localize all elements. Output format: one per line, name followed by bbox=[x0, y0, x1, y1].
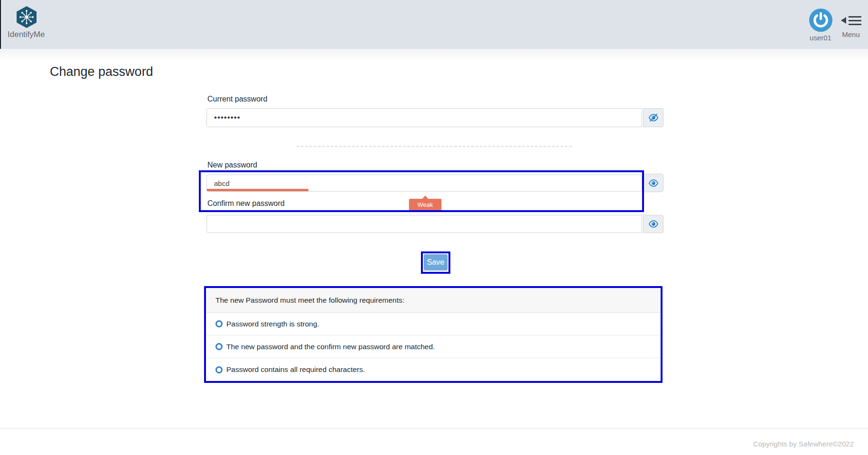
section-divider bbox=[297, 146, 572, 147]
requirements-panel: The new Password must meet the following… bbox=[206, 288, 661, 381]
requirement-row: Password contains all required character… bbox=[206, 358, 661, 381]
change-password-page: IdentifyMe user01 Menu Change password C… bbox=[0, 0, 868, 455]
username-label: user01 bbox=[804, 34, 837, 42]
page-title: Change password bbox=[50, 65, 153, 79]
eye-icon bbox=[648, 219, 659, 229]
requirement-text: The new password and the confirm new pas… bbox=[226, 343, 435, 351]
confirm-password-toggle-button[interactable] bbox=[643, 215, 663, 233]
app-footer: Copyrights by Safewhere©2022 bbox=[0, 428, 868, 455]
current-password-input[interactable] bbox=[206, 108, 642, 127]
current-password-label: Current password bbox=[207, 95, 267, 103]
logout-button[interactable]: user01 bbox=[804, 9, 837, 42]
app-logo[interactable]: IdentifyMe bbox=[8, 6, 45, 39]
requirement-row: Password strength is strong. bbox=[206, 313, 661, 335]
requirement-text: Password strength is strong. bbox=[226, 320, 319, 328]
new-password-toggle-button[interactable] bbox=[643, 174, 663, 192]
requirement-ring-icon bbox=[215, 343, 223, 350]
requirement-ring-icon bbox=[215, 320, 223, 327]
tooltip-arrow-icon bbox=[422, 195, 429, 199]
strength-tooltip-label: Weak bbox=[418, 201, 433, 208]
confirm-password-label: Confirm new password bbox=[207, 199, 285, 208]
requirement-ring-icon bbox=[215, 366, 223, 373]
window-edge bbox=[0, 0, 1, 49]
password-strength-bar bbox=[207, 189, 308, 191]
new-password-label: New password bbox=[207, 161, 257, 169]
copyright-text: Copyrights by Safewhere©2022 bbox=[753, 440, 854, 448]
requirement-text: Password contains all required character… bbox=[226, 365, 365, 374]
power-icon bbox=[809, 9, 832, 32]
menu-icon bbox=[838, 13, 864, 28]
header-shadow bbox=[0, 49, 868, 60]
eye-slash-icon bbox=[648, 112, 659, 123]
app-name: IdentifyMe bbox=[8, 30, 45, 39]
menu-button[interactable]: Menu bbox=[838, 13, 864, 38]
eye-icon bbox=[648, 178, 659, 188]
confirm-password-input[interactable] bbox=[206, 215, 642, 233]
strength-tooltip: Weak bbox=[409, 199, 441, 211]
requirements-title: The new Password must meet the following… bbox=[206, 288, 661, 313]
current-password-toggle-button[interactable] bbox=[643, 108, 663, 127]
menu-label: Menu bbox=[838, 30, 864, 38]
app-header: IdentifyMe user01 Menu bbox=[0, 0, 868, 49]
save-button[interactable]: Save bbox=[424, 254, 448, 270]
requirement-row: The new password and the confirm new pas… bbox=[206, 335, 661, 358]
snowflake-logo-icon bbox=[16, 6, 37, 28]
